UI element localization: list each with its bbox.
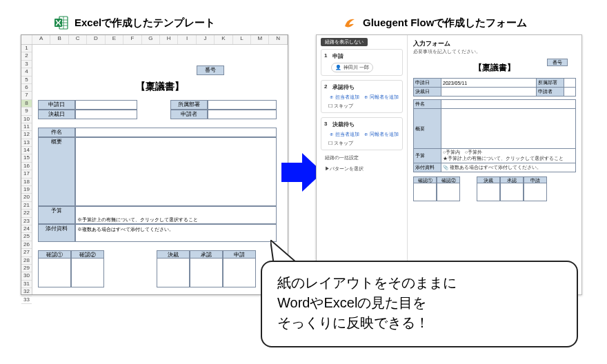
row-header[interactable]: 30	[21, 272, 32, 280]
row-header[interactable]: 5	[21, 77, 32, 84]
step-title: 承認待ち	[332, 83, 399, 91]
row-header[interactable]: 9	[21, 108, 32, 115]
stamp-box[interactable]	[223, 259, 256, 287]
row-header[interactable]: 26	[21, 241, 32, 249]
stamp-box[interactable]	[524, 183, 547, 201]
col-header[interactable]: N	[269, 35, 287, 44]
row-header[interactable]: 11	[21, 123, 32, 131]
stamp-box[interactable]	[477, 183, 500, 201]
excel-sheet[interactable]: 番号 【稟議書】 申請日 決裁日 所属部署 申請者 件名 概要 予算 ※予算計上…	[32, 45, 288, 294]
excel-heading-text: Excelで作成したテンプレート	[74, 17, 215, 30]
stamp-box[interactable]	[157, 259, 190, 287]
row-header[interactable]: 22	[21, 210, 32, 217]
dept-label: 所属部署	[536, 79, 564, 88]
applicant-value[interactable]	[564, 88, 575, 97]
col-header[interactable]: F	[123, 35, 141, 44]
stamp-box[interactable]	[190, 259, 223, 287]
stamp-box[interactable]	[71, 259, 104, 287]
row-header[interactable]: 1	[21, 45, 32, 52]
subject-value[interactable]	[441, 100, 576, 109]
person-icon: 👤	[335, 65, 341, 70]
budget-cell[interactable]: ○予算内 ○予算外 ★予算計上の有無について、クリックして選択すること	[441, 149, 576, 163]
stamp-header: 確認①	[413, 176, 437, 183]
col-header[interactable]: D	[87, 35, 105, 44]
dec-date-value[interactable]	[441, 88, 537, 97]
row-header[interactable]: 17	[21, 170, 32, 178]
row-header[interactable]: 21	[21, 202, 32, 210]
col-header[interactable]: L	[233, 35, 251, 44]
col-header[interactable]: E	[106, 35, 123, 44]
attach-note[interactable]: ※複数ある場合はすべて添付してください。	[75, 224, 277, 242]
col-header[interactable]: H	[160, 35, 178, 44]
stamp-box[interactable]	[500, 183, 524, 201]
row-header[interactable]: 19	[21, 186, 32, 194]
row-header[interactable]: 15	[21, 154, 32, 162]
row-header[interactable]: 32	[21, 288, 32, 296]
row-header[interactable]: 33	[21, 296, 32, 304]
stamp-box[interactable]	[413, 183, 437, 201]
excel-icon	[54, 15, 69, 30]
row-header[interactable]: 13	[21, 139, 32, 147]
add-assignee-link[interactable]: ⊕ 担当者追加 ⊕ 同報者を追加	[330, 131, 399, 138]
add-assignee-link[interactable]: ⊕ 担当者追加 ⊕ 同報者を追加	[330, 94, 399, 101]
dept-value[interactable]	[564, 79, 575, 88]
app-date-value[interactable]: 2023/05/11	[441, 79, 537, 88]
row-header[interactable]: 28	[21, 257, 32, 265]
row-header[interactable]: 24	[21, 225, 32, 233]
form-main: 入力フォーム 必要事項を記入してください。 番号 【稟議書】 申請日 2023/…	[408, 35, 581, 294]
form-table-top: 申請日 2023/05/11 所属部署 決裁日 申請者	[413, 78, 576, 97]
row-header[interactable]: 7	[21, 92, 32, 99]
skip-checkbox[interactable]: スキップ	[328, 140, 399, 147]
col-header[interactable]: C	[69, 35, 87, 44]
row-header[interactable]: 6	[21, 84, 32, 92]
row-header[interactable]: 16	[21, 163, 32, 170]
row-header[interactable]: 25	[21, 233, 32, 241]
row-header[interactable]: 20	[21, 194, 32, 201]
select-pattern-link[interactable]: ▶パターンを選択	[325, 165, 403, 172]
row-header[interactable]: 8	[21, 100, 32, 108]
skip-checkbox[interactable]: スキップ	[328, 103, 399, 110]
row-header[interactable]: 12	[21, 131, 32, 139]
col-header[interactable]: B	[50, 35, 68, 44]
dept-value[interactable]	[208, 100, 277, 110]
dec-date-value[interactable]	[75, 110, 137, 119]
col-header[interactable]: G	[142, 35, 160, 44]
row-header[interactable]: 18	[21, 179, 32, 186]
budget-note: ★予算計上の有無について、クリックして選択すること	[443, 156, 564, 161]
col-header[interactable]: J	[197, 35, 215, 44]
col-header[interactable]: K	[215, 35, 232, 44]
gluegent-icon	[342, 15, 357, 30]
row-header[interactable]: 2	[21, 52, 32, 60]
row-header[interactable]: 14	[21, 147, 32, 154]
col-header[interactable]: I	[178, 35, 196, 44]
stamp-box[interactable]	[38, 259, 71, 287]
row-header[interactable]: 31	[21, 281, 32, 288]
bubble-line: そっくりに反映できる！	[277, 313, 561, 333]
excel-row-headers: 1234567891011121314151617181920212223242…	[21, 45, 32, 294]
row-header[interactable]: 3	[21, 61, 32, 68]
workflow-step[interactable]: 3 決裁待ち ⊕ 担当者追加 ⊕ 同報者を追加 スキップ	[321, 117, 403, 150]
form-table-body: 件名 概要 予算 ○予算内 ○予算外 ★予算計上の有無について、クリックして選択…	[413, 99, 576, 172]
col-header[interactable]: M	[251, 35, 269, 44]
workflow-step[interactable]: 2 承認待ち ⊕ 担当者追加 ⊕ 同報者を追加 スキップ	[321, 80, 403, 113]
row-header[interactable]: 23	[21, 218, 32, 225]
row-header[interactable]: 27	[21, 249, 32, 256]
person-chip[interactable]: 👤 神田川 一郎	[331, 63, 373, 72]
dec-date-label: 決裁日	[38, 110, 75, 119]
stamp-header: 申請	[524, 176, 547, 183]
subject-value[interactable]	[75, 128, 277, 137]
row-header[interactable]: 10	[21, 116, 32, 123]
attach-cell[interactable]: 📎 複数ある場合はすべて添付してください。	[441, 163, 576, 172]
applicant-value[interactable]	[208, 110, 277, 119]
app-date-value[interactable]	[75, 100, 137, 110]
outline-value[interactable]	[75, 137, 277, 206]
col-header[interactable]: A	[32, 35, 50, 44]
person-name: 神田川 一郎	[344, 64, 369, 71]
budget-note[interactable]: ※予算計上の有無について、クリックして選択すること	[75, 206, 277, 224]
stamp-box[interactable]	[437, 183, 460, 201]
row-header[interactable]: 4	[21, 68, 32, 76]
route-hidden-badge[interactable]: 経路を表示しない	[321, 38, 368, 46]
workflow-step[interactable]: 1 申請 👤 神田川 一郎	[321, 49, 403, 76]
outline-value[interactable]	[441, 109, 576, 149]
row-header[interactable]: 29	[21, 265, 32, 272]
